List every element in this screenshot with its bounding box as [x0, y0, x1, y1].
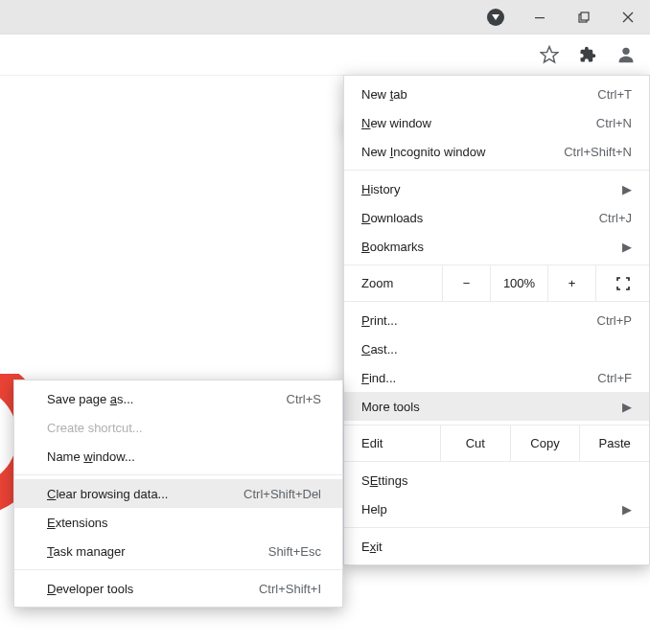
menu-item-shortcut: Ctrl+Shift+Del	[244, 487, 321, 501]
chevron-right-icon: ▶	[615, 240, 632, 254]
maximize-button[interactable]	[562, 0, 606, 34]
menu-item-shortcut: Ctrl+Shift+N	[564, 145, 632, 159]
submenu-create-shortcut: Create shortcut...	[14, 413, 342, 442]
app-dropdown-icon[interactable]	[474, 0, 518, 34]
edit-copy-button[interactable]: Copy	[510, 426, 580, 461]
menu-new-window[interactable]: New window Ctrl+N	[344, 108, 649, 137]
menu-item-label: Task manager	[47, 544, 126, 559]
profile-icon[interactable]	[610, 38, 642, 71]
menu-item-label: Extensions	[47, 516, 108, 530]
menu-downloads[interactable]: Downloads Ctrl+J	[344, 203, 649, 232]
chevron-right-icon: ▶	[615, 400, 632, 414]
submenu-clear-browsing-data[interactable]: Clear browsing data... Ctrl+Shift+Del	[14, 479, 342, 508]
menu-item-label: Find...	[361, 371, 396, 385]
menu-item-label: Developer tools	[47, 582, 133, 596]
zoom-label: Zoom	[344, 276, 442, 290]
menu-item-shortcut: Ctrl+S	[287, 392, 321, 406]
menu-zoom-row: Zoom − 100% +	[344, 264, 649, 301]
svg-point-4	[622, 48, 629, 55]
menu-item-label: Help	[361, 502, 387, 517]
submenu-task-manager[interactable]: Task manager Shift+Esc	[14, 537, 342, 565]
menu-item-label: Print...	[361, 313, 398, 328]
window-titlebar	[0, 0, 650, 34]
menu-item-label: More tools	[361, 400, 420, 414]
menu-item-label: Name window...	[47, 449, 135, 464]
menu-history[interactable]: History ▶	[344, 174, 649, 203]
submenu-extensions[interactable]: Extensions	[14, 508, 342, 537]
menu-print[interactable]: Print... Ctrl+P	[344, 306, 649, 334]
menu-settings[interactable]: SEttings	[344, 466, 649, 494]
submenu-save-page-as[interactable]: Save page as... Ctrl+S	[14, 384, 342, 413]
menu-item-label: Exit	[361, 540, 383, 554]
edit-cut-button[interactable]: Cut	[440, 426, 510, 461]
menu-item-label: History	[361, 182, 400, 196]
menu-item-label: SEttings	[361, 473, 407, 488]
menu-item-shortcut: Ctrl+T	[597, 87, 632, 102]
chevron-right-icon: ▶	[615, 182, 632, 196]
menu-item-label: New tab	[361, 87, 407, 102]
menu-new-tab[interactable]: New tab Ctrl+T	[344, 80, 649, 108]
menu-item-shortcut: Ctrl+F	[597, 371, 632, 385]
menu-item-label: Downloads	[361, 211, 423, 225]
menu-item-shortcut: Ctrl+J	[599, 211, 632, 225]
submenu-divider	[14, 569, 342, 570]
submenu-developer-tools[interactable]: Developer tools Ctrl+Shift+I	[14, 574, 342, 603]
svg-rect-0	[535, 17, 545, 18]
menu-item-label: Create shortcut...	[47, 421, 143, 435]
menu-item-label: New window	[361, 116, 431, 130]
menu-item-label: Bookmarks	[361, 240, 424, 254]
svg-marker-3	[541, 47, 558, 62]
submenu-name-window[interactable]: Name window...	[14, 442, 342, 471]
minimize-button[interactable]	[518, 0, 562, 34]
menu-edit-row: Edit Cut Copy Paste	[344, 425, 649, 461]
menu-new-incognito[interactable]: New Incognito window Ctrl+Shift+N	[344, 137, 649, 166]
edit-label: Edit	[344, 436, 440, 450]
close-button[interactable]	[606, 0, 650, 34]
menu-item-shortcut: Ctrl+P	[597, 313, 632, 328]
main-menu: New tab Ctrl+T New window Ctrl+N New Inc…	[343, 75, 650, 565]
menu-item-label: Save page as...	[47, 392, 133, 406]
fullscreen-icon[interactable]	[595, 265, 649, 301]
edit-paste-button[interactable]: Paste	[579, 426, 649, 461]
browser-toolbar	[0, 34, 650, 75]
bookmark-star-icon[interactable]	[533, 38, 566, 71]
zoom-value: 100%	[490, 265, 547, 301]
menu-exit[interactable]: Exit	[344, 532, 649, 561]
extensions-icon[interactable]	[571, 38, 604, 71]
menu-more-tools[interactable]: More tools ▶	[344, 392, 649, 421]
menu-item-label: Cast...	[361, 342, 398, 356]
menu-item-shortcut: Ctrl+N	[596, 116, 632, 130]
menu-cast[interactable]: Cast...	[344, 334, 649, 363]
menu-find[interactable]: Find... Ctrl+F	[344, 363, 649, 392]
menu-item-shortcut: Ctrl+Shift+I	[259, 582, 321, 596]
submenu-divider	[14, 474, 342, 475]
zoom-out-button[interactable]: −	[442, 265, 490, 301]
menu-help[interactable]: Help ▶	[344, 494, 649, 523]
chevron-right-icon: ▶	[615, 502, 632, 517]
zoom-in-button[interactable]: +	[547, 265, 595, 301]
menu-bookmarks[interactable]: Bookmarks ▶	[344, 232, 649, 261]
menu-item-shortcut: Shift+Esc	[268, 544, 321, 559]
more-tools-submenu: Save page as... Ctrl+S Create shortcut..…	[13, 380, 343, 608]
svg-rect-2	[581, 12, 589, 20]
menu-item-label: New Incognito window	[361, 145, 485, 159]
menu-item-label: Clear browsing data...	[47, 487, 168, 501]
